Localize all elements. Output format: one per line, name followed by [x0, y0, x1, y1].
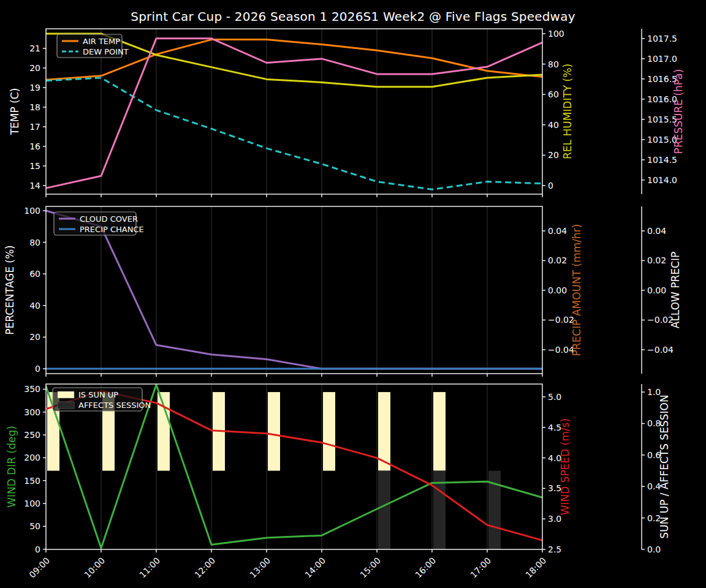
bar-is-sun-up	[268, 392, 280, 470]
tick-label: 60	[29, 269, 40, 279]
axis-label-sun-up-affects-session: SUN UP / AFFECTS SESSION	[658, 394, 670, 538]
tick-label: 17	[29, 122, 40, 132]
legend-label: IS SUN UP	[78, 390, 118, 399]
tick-label: 16	[29, 141, 40, 151]
tick-label: 5.0	[548, 392, 561, 402]
tick-label: 1017.5	[647, 34, 677, 43]
tick-label: 20	[29, 332, 40, 342]
tick-label: 20	[548, 150, 559, 160]
series-line-dew-point	[46, 78, 542, 189]
tick-label: 15	[29, 161, 40, 171]
tick-label: 2.5	[548, 545, 561, 554]
tick-label: 100	[24, 499, 40, 508]
axis-label-precip-amount-mm-hr: PRECIP AMOUNT (mm/hr)	[571, 224, 583, 356]
tick-label: 1014.5	[647, 155, 677, 165]
legend-item-is-sun-up: IS SUN UP	[58, 390, 118, 399]
x-tick-label: 12:00	[192, 556, 217, 580]
tick-label: 0.04	[548, 226, 567, 236]
legend-label: AFFECTS SESSION	[78, 401, 151, 410]
tick-label: 80	[29, 238, 40, 247]
x-tick-label: 09:00	[27, 556, 51, 580]
tick-label: 0	[35, 364, 40, 374]
tick-label: 14	[29, 181, 40, 190]
x-tick-label: 18:00	[523, 556, 548, 580]
page-title: Sprint Car Cup - 2026 Season 1 2026S1 We…	[0, 9, 706, 24]
x-tick-label: 15:00	[358, 556, 382, 580]
tick-label: 0.02	[548, 255, 567, 265]
tick-label: 19	[29, 83, 40, 92]
tick-label: 40	[548, 120, 559, 130]
bar-is-sun-up	[433, 392, 446, 470]
legend-swatch	[58, 391, 74, 398]
tick-label: 20	[29, 63, 40, 73]
axis-label-pressure-hpa: PRESSURE (hPa)	[672, 69, 685, 154]
x-tick-label: 10:00	[82, 556, 107, 580]
x-tick-label: 16:00	[413, 556, 438, 580]
tick-label: 21	[29, 43, 40, 53]
tick-label: 200	[24, 453, 40, 462]
axis-label-percentage: PERCENTAGE (%)	[4, 245, 16, 334]
tick-label: 50	[29, 521, 40, 531]
tick-label: 150	[24, 476, 40, 486]
x-tick-label: 14:00	[303, 556, 327, 580]
tick-label: −0.04	[647, 345, 674, 355]
series-line-wind-speed	[46, 391, 542, 540]
subplot-wind-sun: 0501001502002503003502.53.03.54.04.55.00…	[6, 384, 670, 580]
tick-label: 0	[35, 545, 40, 554]
legend: CLOUD COVERPRECIP CHANCE	[54, 212, 144, 235]
tick-label: 250	[24, 430, 40, 440]
tick-label: 0.02	[647, 255, 666, 265]
legend: AIR TEMPDEW POINT	[57, 34, 129, 58]
tick-label: 18	[29, 102, 40, 112]
tick-label: 0.00	[548, 285, 567, 295]
legend-item-affects-session: AFFECTS SESSION	[58, 401, 151, 410]
tick-label: 40	[29, 301, 40, 311]
bar-is-sun-up	[323, 392, 335, 470]
tick-label: 1014.0	[647, 175, 677, 185]
x-tick-label: 17:00	[468, 556, 493, 580]
legend-label: PRECIP CHANCE	[80, 225, 144, 234]
tick-label: 0.00	[647, 285, 666, 295]
bar-affects-session	[378, 471, 390, 549]
tick-label: 300	[24, 407, 40, 417]
tick-label: 100	[24, 206, 40, 216]
legend-swatch	[58, 402, 74, 409]
tick-label: 60	[548, 89, 559, 99]
axis-label-temp-c: TEMP (C)	[9, 88, 21, 136]
weather-forecast-figure: Sprint Car Cup - 2026 Season 1 2026S1 We…	[0, 0, 706, 588]
axis-label-wind-dir-deg: WIND DIR (deg)	[6, 426, 18, 508]
tick-label: 100	[548, 29, 564, 39]
legend-label: CLOUD COVER	[80, 214, 138, 224]
tick-label: 350	[24, 384, 40, 394]
legend-label: AIR TEMP	[83, 37, 120, 46]
legend-label: DEW POINT	[83, 47, 129, 56]
subplot-temperature-humidity-pressure: 14151617181920210204060801001014.01014.5…	[9, 29, 685, 197]
legend: IS SUN UPAFFECTS SESSION	[53, 388, 151, 411]
axis-label-allow-precip: ALLOW PRECIP	[669, 252, 681, 329]
forecast-chart-canvas: 14151617181920210204060801001014.01014.5…	[0, 0, 706, 588]
x-tick-label: 11:00	[137, 556, 162, 580]
tick-label: 0	[548, 181, 553, 190]
x-tick-label: 13:00	[248, 556, 272, 580]
subplot-cloud-precip: 020406080100−0.04−0.020.000.020.04−0.04−…	[4, 206, 681, 377]
tick-label: 0.04	[647, 226, 666, 236]
tick-label: 0.0	[647, 545, 661, 554]
axis-label-wind-speed-m-s: WIND SPEED (m/s)	[559, 418, 571, 515]
axis-label-rel-humidity: REL HUMIDITY (%)	[561, 64, 574, 159]
series-line-pressure	[46, 39, 542, 188]
tick-label: 1017.0	[647, 54, 677, 64]
tick-label: 80	[548, 59, 559, 69]
